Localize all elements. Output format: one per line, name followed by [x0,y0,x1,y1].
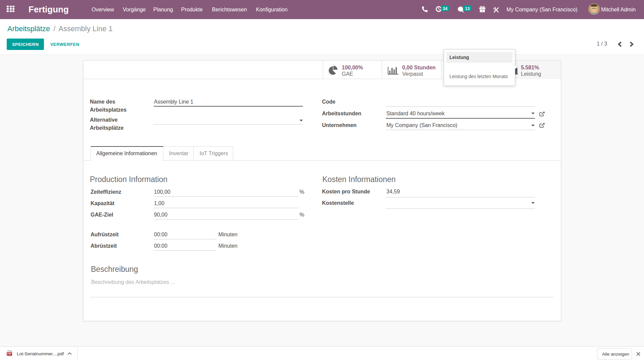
svg-text:PDF: PDF [7,353,12,355]
